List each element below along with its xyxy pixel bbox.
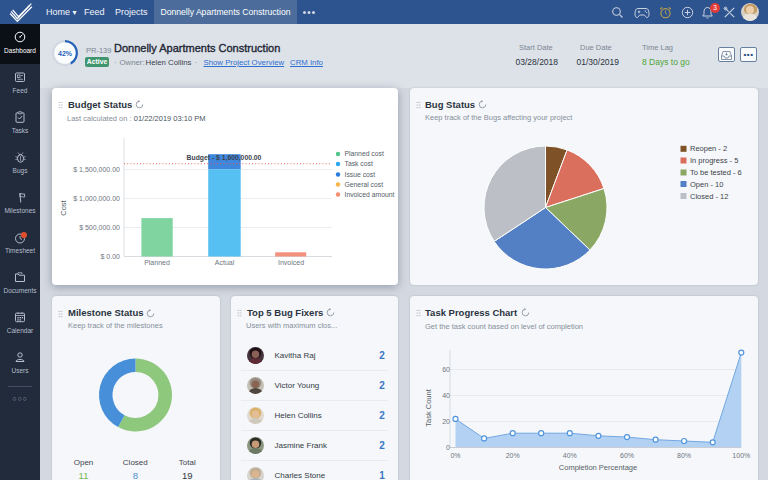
svg-text:8: 8 (133, 470, 138, 480)
svg-text:Closed: Closed (123, 458, 148, 467)
svg-text:11: 11 (79, 470, 89, 480)
svg-text:100%: 100% (732, 452, 750, 459)
svg-text:Invoiced: Invoiced (278, 259, 304, 266)
svg-text:20: 20 (442, 418, 450, 425)
svg-text:In progress - 5: In progress - 5 (690, 156, 738, 165)
svg-text:To be tested - 6: To be tested - 6 (690, 168, 742, 177)
svg-text:Issue cost: Issue cost (345, 171, 376, 178)
svg-text:20%: 20% (506, 452, 520, 459)
svg-text:Budget - $ 1,600,000.00: Budget - $ 1,600,000.00 (187, 154, 262, 162)
svg-text:Planned: Planned (144, 259, 170, 266)
svg-text:80%: 80% (677, 452, 691, 459)
svg-text:40%: 40% (563, 452, 577, 459)
svg-text:$ 1,500,000.00: $ 1,500,000.00 (73, 166, 120, 173)
svg-text:$ 1,000,000.00: $ 1,000,000.00 (73, 195, 120, 202)
svg-text:Completion Percentage: Completion Percentage (559, 463, 637, 472)
svg-text:19: 19 (182, 470, 193, 480)
svg-text:Invoiced amount: Invoiced amount (345, 191, 395, 198)
svg-text:Open: Open (74, 458, 94, 467)
svg-text:Cost: Cost (59, 199, 68, 215)
svg-text:Task Count: Task Count (424, 388, 433, 426)
svg-text:$ 500,000.00: $ 500,000.00 (79, 224, 120, 231)
svg-text:Actual: Actual (215, 259, 235, 266)
svg-text:60%: 60% (620, 452, 634, 459)
svg-text:Planned cost: Planned cost (345, 150, 384, 157)
svg-text:42%: 42% (58, 50, 73, 57)
svg-text:Total: Total (179, 458, 196, 467)
svg-text:0: 0 (446, 444, 450, 451)
svg-text:$ 0.00: $ 0.00 (101, 253, 121, 260)
svg-text:Reopen - 2: Reopen - 2 (690, 144, 727, 153)
svg-text:40: 40 (442, 392, 450, 399)
svg-text:Task cost: Task cost (345, 160, 373, 167)
svg-text:0%: 0% (450, 452, 460, 459)
svg-text:60: 60 (442, 366, 450, 373)
svg-text:General cost: General cost (345, 181, 384, 188)
svg-text:Open - 10: Open - 10 (690, 180, 723, 189)
svg-text:Closed - 12: Closed - 12 (690, 192, 728, 201)
